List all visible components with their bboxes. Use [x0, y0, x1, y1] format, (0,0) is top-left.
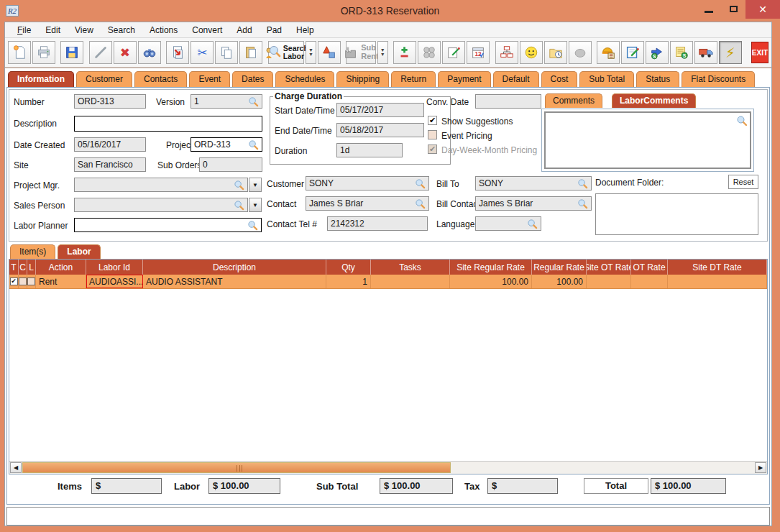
- maximize-button[interactable]: [721, 0, 745, 17]
- row-site-dt-rate-cell[interactable]: [668, 275, 767, 288]
- row-regular-rate-cell[interactable]: 100.00: [532, 275, 587, 288]
- convert-shapes-button[interactable]: [318, 41, 341, 64]
- row-site-ot-rate-cell[interactable]: [587, 275, 631, 288]
- tab-return[interactable]: Return: [391, 71, 436, 87]
- col-header-site-regular-rate[interactable]: Site Regular Rate: [450, 260, 532, 275]
- bill-to-field[interactable]: SONY: [475, 176, 592, 191]
- duration-field[interactable]: 1d: [336, 143, 403, 157]
- tab-comments[interactable]: Comments: [545, 93, 602, 108]
- row-tasks-cell[interactable]: [371, 275, 450, 288]
- exit-button[interactable]: EXIT: [751, 42, 768, 63]
- save-button[interactable]: [60, 41, 83, 64]
- col-header-l[interactable]: L: [27, 260, 36, 275]
- col-header-description[interactable]: Description: [143, 260, 326, 275]
- sales-person-dropdown[interactable]: ▼: [249, 198, 262, 212]
- tab-dates[interactable]: Dates: [232, 71, 273, 87]
- sales-person-field[interactable]: [74, 198, 248, 212]
- project-field[interactable]: ORD-313: [191, 137, 262, 152]
- project-mgr-field[interactable]: [74, 178, 248, 192]
- row-c-checkbox[interactable]: [19, 278, 27, 285]
- find-button[interactable]: [138, 41, 161, 64]
- col-header-ot-rate[interactable]: OT Rate: [631, 260, 668, 275]
- money-transfer-button[interactable]: S: [646, 41, 669, 64]
- invoice-money-button[interactable]: S: [670, 41, 693, 64]
- scroll-left-button[interactable]: ◀: [10, 462, 22, 473]
- menu-edit[interactable]: Edit: [39, 24, 67, 37]
- folder-history-button[interactable]: [544, 41, 567, 64]
- contact-field[interactable]: James S Briar: [306, 196, 429, 211]
- col-header-c[interactable]: C: [19, 260, 27, 275]
- show-suggestions-checkbox[interactable]: [428, 116, 437, 125]
- menu-file[interactable]: File: [11, 24, 37, 37]
- row-ot-rate-cell[interactable]: [631, 275, 668, 288]
- labor-planner-field[interactable]: [74, 218, 262, 232]
- delete-button[interactable]: ✖: [114, 41, 137, 64]
- copy-to-clipboard-button[interactable]: [166, 41, 189, 64]
- customer-field[interactable]: SONY: [306, 176, 429, 191]
- labor-crew-button[interactable]: [597, 41, 620, 64]
- menu-help[interactable]: Help: [290, 24, 321, 37]
- row-labor-id-cell[interactable]: AUDIOASSI...: [86, 275, 143, 288]
- scroll-right-button[interactable]: ▶: [755, 462, 766, 473]
- reset-button[interactable]: Reset: [728, 175, 758, 189]
- col-header-labor-id[interactable]: Labor Id: [86, 260, 143, 275]
- col-header-site-ot-rate[interactable]: Site OT Rate: [587, 260, 631, 275]
- menu-view[interactable]: View: [68, 24, 100, 37]
- col-header-action[interactable]: Action: [36, 260, 86, 275]
- contact-tel-field[interactable]: 2142312: [327, 216, 428, 231]
- row-t-checkbox[interactable]: [10, 278, 18, 285]
- tab-payment[interactable]: Payment: [438, 71, 490, 87]
- number-field[interactable]: ORD-313: [74, 94, 146, 109]
- col-header-regular-rate[interactable]: Regular Rate: [532, 260, 587, 275]
- project-mgr-dropdown[interactable]: ▼: [249, 178, 262, 192]
- add-item-button[interactable]: [393, 41, 416, 64]
- labor-comments-textarea[interactable]: [544, 111, 751, 169]
- tab-event[interactable]: Event: [189, 71, 230, 87]
- event-pricing-checkbox[interactable]: [428, 130, 437, 139]
- org-chart-button[interactable]: [495, 41, 518, 64]
- language-field[interactable]: [475, 216, 541, 231]
- tab-contacts[interactable]: Contacts: [134, 71, 187, 87]
- tab-information[interactable]: Information: [8, 71, 74, 87]
- search-labor-button[interactable]: Search Labor: [268, 41, 304, 64]
- paste-button[interactable]: [239, 41, 262, 64]
- edit-button[interactable]: [89, 41, 112, 64]
- tab-cost[interactable]: Cost: [541, 71, 578, 87]
- col-header-t[interactable]: T: [9, 260, 19, 275]
- row-site-regular-rate-cell[interactable]: 100.00: [450, 275, 532, 288]
- sub-rent-button[interactable]: Sub Rent: [346, 41, 375, 64]
- tab-default[interactable]: Default: [493, 71, 539, 87]
- notes-button[interactable]: [442, 41, 465, 64]
- col-header-site-dt-rate[interactable]: Site DT Rate: [668, 260, 767, 275]
- row-l-checkbox[interactable]: [27, 278, 35, 285]
- tab-labor[interactable]: Labor: [58, 244, 100, 259]
- col-header-qty[interactable]: Qty: [326, 260, 371, 275]
- tab-items[interactable]: Item(s): [10, 244, 55, 259]
- document-folder-box[interactable]: [595, 193, 758, 235]
- menu-convert[interactable]: Convert: [185, 24, 229, 37]
- group-items-button[interactable]: [418, 41, 441, 64]
- menu-search[interactable]: Search: [101, 24, 142, 37]
- tab-status[interactable]: Status: [636, 71, 679, 87]
- horizontal-scrollbar[interactable]: ◀ ▶: [9, 461, 767, 474]
- delivery-truck-button[interactable]: [694, 41, 717, 64]
- bill-contact-field[interactable]: James S Briar: [475, 196, 592, 211]
- version-field[interactable]: 1: [191, 94, 262, 109]
- tab-customer[interactable]: Customer: [76, 71, 132, 87]
- tab-schedules[interactable]: Schedules: [275, 71, 334, 87]
- edit-notes-button[interactable]: [621, 41, 644, 64]
- quick-quote-button[interactable]: ⚡: [719, 41, 742, 64]
- tab-labor-comments[interactable]: LaborComments: [612, 93, 696, 108]
- col-header-tasks[interactable]: Tasks: [371, 260, 450, 275]
- tab-shipping[interactable]: Shipping: [336, 71, 389, 87]
- scrollbar-thumb[interactable]: [22, 462, 451, 473]
- tab-flat-discounts[interactable]: Flat Discounts: [682, 71, 755, 87]
- menu-actions[interactable]: Actions: [143, 24, 184, 37]
- feedback-button[interactable]: [520, 41, 543, 64]
- sub-orders-field[interactable]: 0: [199, 157, 262, 172]
- tab-sub-total[interactable]: Sub Total: [579, 71, 634, 87]
- date-created-field[interactable]: 05/16/2017: [74, 137, 146, 152]
- row-qty-cell[interactable]: 1: [326, 275, 371, 288]
- end-date-field[interactable]: 05/18/2017: [336, 123, 424, 137]
- conv-date-field[interactable]: [475, 94, 541, 109]
